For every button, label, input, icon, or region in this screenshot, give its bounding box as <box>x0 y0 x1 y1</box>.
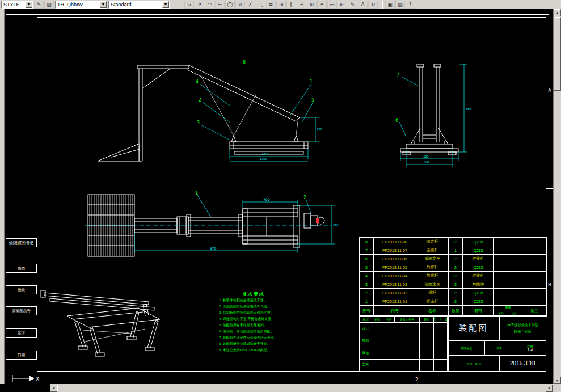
sign-signature <box>420 335 434 348</box>
vertical-scroll-thumb[interactable] <box>554 17 561 91</box>
bom-code: FP2013.11-05 <box>374 263 416 272</box>
horizontal-scroll-thumb[interactable] <box>57 385 159 391</box>
ordinate-dimension-icon[interactable]: ⊢ <box>215 1 225 9</box>
standard-value: Standard <box>111 2 160 7</box>
rev-header: 年、月、日 <box>434 316 448 323</box>
dim-style-manager-icon[interactable]: ▤ <box>395 1 405 9</box>
dim-style-compare-icon[interactable]: ▣ <box>385 1 395 9</box>
tolerance-icon[interactable]: ⊕ <box>307 1 317 9</box>
dimension-tools: ↔↗◠⊢◯⌀∠⋱≡⇥∥⊣⊕⌖▭⇤✎A↻ <box>184 1 378 9</box>
bom-remark <box>522 246 547 255</box>
bom-unit-weight <box>494 246 508 255</box>
standard-combo[interactable]: Standard ▼ <box>108 1 170 9</box>
revision-grid: 标记 处数 分区 更改文件号 签名 年、月、日 设计 校核 <box>360 316 449 371</box>
drawing-date: 2015.3.18 <box>500 356 546 371</box>
linear-dimension-icon[interactable]: ↔ <box>184 1 194 9</box>
tech-req-line: 5. 装配前所有零件应去除毛刺。 <box>219 322 288 328</box>
bom-qty: 1 <box>449 246 463 255</box>
title-block-right: 装配图 ××工业职业技术学院 机械工程系 阶段标记 质量 比例 1 <box>449 316 546 371</box>
bom-no: 6 <box>360 255 374 263</box>
bom-unit-weight <box>494 289 508 297</box>
drawing-canvas[interactable]: A B 2 650 1300 35 <box>0 9 561 384</box>
plan-view-balloons: 1 2 <box>195 191 306 200</box>
scroll-up-icon[interactable]: ▲ <box>554 9 561 16</box>
svg-text:1: 1 <box>195 191 198 196</box>
chevron-down-icon[interactable]: ▼ <box>26 1 32 8</box>
tech-req-line: 7. 装配后各运动件应运动灵活无卡滞。 <box>219 335 288 341</box>
continue-dimension-icon[interactable]: ⇥ <box>276 1 286 9</box>
sign-date <box>434 323 448 335</box>
dimension-update-icon[interactable]: ↻ <box>368 1 378 9</box>
arc-length-dimension-icon[interactable]: ◠ <box>205 1 214 9</box>
baseline-dimension-icon[interactable]: ≡ <box>266 1 276 9</box>
org-line1: ××工业职业技术学院 <box>507 323 538 328</box>
bom-unit-weight <box>494 280 508 289</box>
horizontal-scrollbar[interactable] <box>57 385 546 392</box>
vertical-scrollbar[interactable]: ▲ ▼ <box>553 9 561 384</box>
scroll-left-icon[interactable]: ◄ <box>50 385 57 392</box>
bom-row: 5 FP2013.11-05 后撑杆 2 Q235 <box>360 263 547 272</box>
bom-no: 2 <box>360 289 374 297</box>
sign-date <box>434 347 448 360</box>
bom-header-remark: 备注 <box>522 306 547 317</box>
svg-text:2: 2 <box>303 195 306 200</box>
chevron-down-icon[interactable]: ▼ <box>162 1 169 8</box>
help-icon[interactable]: ? <box>406 1 415 9</box>
text-style-combo[interactable]: STYLE ▼ <box>1 1 33 9</box>
dim-plan-right: 520 <box>333 224 339 227</box>
bom-remark <box>522 255 547 263</box>
angular-dimension-icon[interactable]: ∠ <box>246 1 255 9</box>
quick-dimension-icon[interactable]: ⋱ <box>256 1 265 9</box>
bom-total-weight <box>508 297 522 306</box>
scroll-right-icon[interactable]: ► <box>546 385 553 392</box>
dim-base-width2: 340 <box>424 161 430 164</box>
bom-total-weight <box>508 238 522 246</box>
inspection-icon[interactable]: ▭ <box>327 1 337 9</box>
margin-label: 日期 <box>6 351 37 360</box>
tech-req-line: 8. 装配后进行空载试运转无异响。 <box>219 341 288 347</box>
dimension-space-icon[interactable]: ∥ <box>286 1 296 9</box>
bom-header-no: 序号 <box>360 306 374 317</box>
dimension-break-icon[interactable]: ⊣ <box>297 1 306 9</box>
zone-letter-b: B <box>548 282 551 288</box>
sign-blank <box>372 347 420 360</box>
diameter-dimension-icon[interactable]: ⌀ <box>235 1 245 9</box>
bom-material: 焊接件 <box>463 255 494 263</box>
bom-row: 4 FP2013.11-04 前撑杆 2 焊接件 <box>360 272 547 280</box>
left-edge-strip <box>0 9 5 384</box>
center-mark-icon[interactable]: ⌖ <box>317 1 327 9</box>
bom-header-name: 名称 <box>416 306 449 317</box>
bom-remark <box>522 238 547 246</box>
svg-text:1: 1 <box>310 79 313 85</box>
bom-unit-weight <box>494 272 508 280</box>
bom-no: 8 <box>360 238 374 246</box>
dim-platform-width: 650 <box>262 152 269 156</box>
svg-text:6: 6 <box>395 118 398 123</box>
text-style-value: STYLE <box>3 2 23 7</box>
bom-total-weight <box>508 255 522 263</box>
bom-total-weight <box>508 263 522 272</box>
dim-style-combo[interactable]: TH_QbbIW ▼ <box>55 1 107 9</box>
bom-name: 固定杆 <box>416 238 449 246</box>
dimension-text-edit-icon[interactable]: A <box>358 1 368 9</box>
scroll-down-icon[interactable]: ▼ <box>554 377 561 384</box>
red-marker <box>316 218 319 223</box>
bom-row: 3 FP2013.11-03 前固定座 2 焊接件 <box>360 280 547 289</box>
chevron-down-icon[interactable]: ▼ <box>100 1 107 8</box>
bom-qty: 2 <box>449 289 463 297</box>
bom-name: 后固定座 <box>416 255 449 263</box>
sign-blank <box>372 335 420 348</box>
bom-total-weight <box>508 280 522 289</box>
jogged-linear-icon[interactable]: ⇤ <box>338 1 347 9</box>
bottom-bar: ◄ ► <box>0 384 561 392</box>
match-style-icon[interactable]: ▨ <box>44 1 54 9</box>
svg-text:7: 7 <box>397 73 399 78</box>
rev-header: 签名 <box>420 316 434 323</box>
aligned-dimension-icon[interactable]: ↗ <box>195 1 204 9</box>
radius-dimension-icon[interactable]: ◯ <box>225 1 235 9</box>
text-style-icon[interactable]: ✎ <box>34 1 44 9</box>
dimension-edit-icon[interactable]: ✎ <box>348 1 357 9</box>
bom-material: Q235 <box>463 238 494 246</box>
dim-side-height: 350 <box>317 128 322 131</box>
dim-style-value: TH_QbbIW <box>57 2 98 7</box>
